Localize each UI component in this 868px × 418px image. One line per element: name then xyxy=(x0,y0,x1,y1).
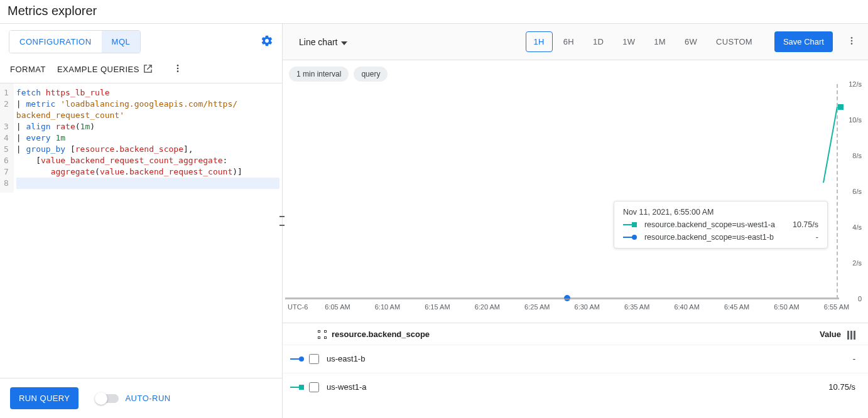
page-title: Metrics explorer xyxy=(0,0,868,24)
legend-value: 10.75/s xyxy=(828,382,855,392)
series-swatch-icon xyxy=(290,358,300,360)
x-tick: 6:15 AM xyxy=(425,303,450,311)
left-panel: CONFIGURATION MQL FORMAT EXAMPLE QUERIES… xyxy=(0,24,283,418)
legend-checkbox[interactable] xyxy=(309,354,319,364)
x-tick: 6:45 AM xyxy=(724,303,749,311)
time-range-1d[interactable]: 1D xyxy=(585,31,612,52)
time-range-custom[interactable]: CUSTOM xyxy=(708,31,761,52)
chip[interactable]: query xyxy=(354,67,388,82)
svg-point-3 xyxy=(851,37,853,39)
chart-tooltip: Nov 11, 2021, 6:55:00 AMresource.backend… xyxy=(614,201,828,249)
example-queries-button[interactable]: EXAMPLE QUERIES xyxy=(57,64,153,75)
y-tick: 12/s xyxy=(849,80,862,88)
svg-point-1 xyxy=(177,68,179,70)
tab-configuration[interactable]: CONFIGURATION xyxy=(9,31,102,53)
chart-type-dropdown[interactable]: Line chart xyxy=(294,33,352,51)
tooltip-timestamp: Nov 11, 2021, 6:55:00 AM xyxy=(623,208,818,217)
svg-point-4 xyxy=(851,40,853,42)
legend-label: us-east1-b xyxy=(327,354,365,363)
x-tick: 6:35 AM xyxy=(624,303,649,311)
series-swatch-icon xyxy=(290,387,300,388)
y-tick: 2/s xyxy=(852,259,862,267)
x-tick: UTC-6 xyxy=(288,303,308,311)
x-tick: 6:25 AM xyxy=(524,303,550,311)
gear-icon[interactable] xyxy=(261,35,273,49)
legend-label: us-west1-a xyxy=(327,382,367,392)
run-query-button[interactable]: RUN QUERY xyxy=(10,387,79,409)
chip[interactable]: 1 min interval xyxy=(289,67,349,82)
x-tick: 6:10 AM xyxy=(375,303,400,311)
series-swatch-icon xyxy=(623,237,633,238)
legend-value-label: Value xyxy=(820,330,841,339)
time-range-6w[interactable]: 6W xyxy=(676,31,705,52)
y-tick: 6/s xyxy=(852,188,862,195)
x-tick: 6:50 AM xyxy=(774,303,799,311)
time-range-6h[interactable]: 6H xyxy=(555,31,582,52)
x-tick: 6:05 AM xyxy=(325,303,350,311)
x-tick: 6:20 AM xyxy=(475,303,500,311)
y-tick: 10/s xyxy=(849,116,862,124)
chart-area[interactable]: 02/s4/s6/s8/s10/s12/s UTC-66:05 AM6:10 A… xyxy=(285,84,865,323)
columns-icon[interactable] xyxy=(846,330,855,340)
chart-cursor-line xyxy=(837,84,838,299)
mql-editor[interactable]: 12345678 fetch https_lb_rule| metric 'lo… xyxy=(0,83,282,193)
autorun-toggle[interactable] xyxy=(96,394,119,403)
time-range-1h[interactable]: 1H xyxy=(526,31,553,52)
series-marker xyxy=(838,104,844,110)
editor-more-icon[interactable] xyxy=(170,63,185,75)
autorun-label: AUTO-RUN xyxy=(125,394,170,403)
caret-down-icon xyxy=(341,37,347,47)
legend-value: - xyxy=(853,354,855,363)
legend-checkbox[interactable] xyxy=(309,382,319,392)
x-tick: 6:55 AM xyxy=(824,303,849,311)
y-tick: 4/s xyxy=(852,223,862,231)
y-tick: 8/s xyxy=(852,152,862,159)
editor-tabs: CONFIGURATION MQL xyxy=(9,30,141,53)
tab-mql[interactable]: MQL xyxy=(102,31,141,53)
chart-more-icon[interactable] xyxy=(843,32,860,51)
open-external-icon xyxy=(143,64,153,75)
svg-point-0 xyxy=(177,65,179,67)
group-icon xyxy=(318,330,327,339)
svg-point-2 xyxy=(177,70,179,72)
format-button[interactable]: FORMAT xyxy=(10,65,46,74)
tooltip-row: resource.backend_scope=us-east1-b- xyxy=(623,233,818,242)
tooltip-row: resource.backend_scope=us-west1-a10.75/s xyxy=(623,220,818,229)
legend-group-label: resource.backend_scope xyxy=(332,330,430,339)
x-tick: 6:40 AM xyxy=(674,303,699,311)
time-range-1m[interactable]: 1M xyxy=(646,31,674,52)
time-range-1w[interactable]: 1W xyxy=(614,31,643,52)
x-tick: 6:30 AM xyxy=(575,303,600,311)
y-tick: 0 xyxy=(858,295,862,303)
series-swatch-icon xyxy=(623,224,633,225)
save-chart-button[interactable]: Save Chart xyxy=(774,31,833,52)
series-line xyxy=(823,107,838,183)
chart-panel: Line chart 1H6H1D1W1M6WCUSTOM Save Chart… xyxy=(283,24,868,418)
svg-point-5 xyxy=(851,43,853,45)
legend-row[interactable]: us-west1-a10.75/s xyxy=(283,373,868,401)
legend-row[interactable]: us-east1-b- xyxy=(283,345,868,373)
